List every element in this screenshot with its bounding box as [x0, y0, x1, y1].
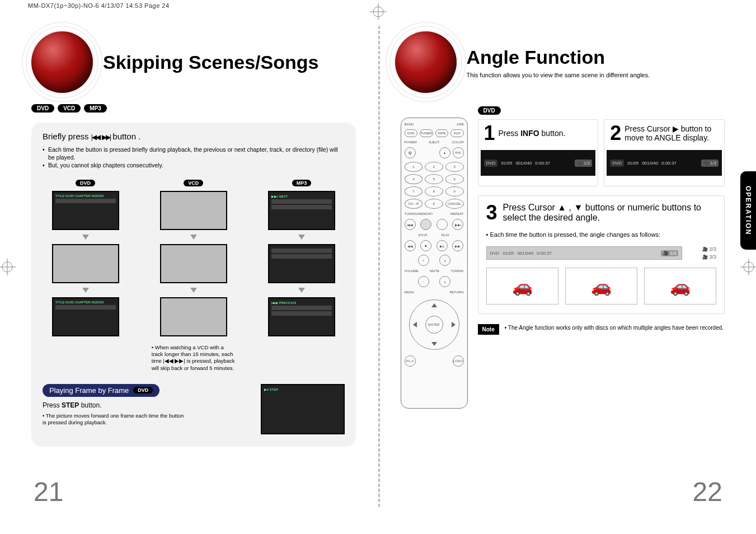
osd-time: 0:00:37 — [661, 161, 677, 166]
frame-title-badge: Playing Frame by Frame DVD — [43, 384, 159, 397]
step1-prefix: Press — [499, 129, 521, 138]
rc-num-3: 3 — [445, 162, 464, 172]
rc-ff: ▶▶ — [452, 240, 463, 251]
rc-btn-dvd: DVD — [405, 129, 418, 137]
page-num-left: 21 — [34, 476, 63, 507]
pill-dvd: DVD — [31, 104, 54, 113]
frame-title: Playing Frame by Frame — [49, 386, 129, 395]
frame-step-prefix: Press — [43, 401, 62, 409]
left-title: Skipping Scenes/Songs — [103, 51, 318, 73]
thumb-mp3-1: ▶▶| NEXT — [268, 191, 335, 230]
cursor-down-icon — [431, 342, 437, 346]
right-pill-dvd: DVD — [478, 106, 501, 115]
lead-bullet-1: Each time the button is pressed briefly … — [43, 146, 345, 161]
down-arrow-icon — [298, 235, 305, 240]
rc-lbl: COLOR — [452, 140, 463, 144]
rc-vol-dn: − — [418, 276, 429, 287]
osd-angle: 1/3 — [575, 160, 592, 167]
right-subtitle: This function allows you to view the sam… — [467, 72, 650, 78]
camera-icon — [702, 254, 709, 260]
osd-angle-3: 3/3 — [709, 254, 716, 260]
rc-lbl: STOP — [418, 233, 427, 237]
col-vcd-label: VCD — [184, 180, 203, 186]
rc-lbl: USB — [457, 123, 463, 126]
osd-dvd: DVD — [490, 251, 500, 256]
rc-lbl: REPEAT — [450, 212, 464, 216]
rc-num-4: 4 — [405, 174, 423, 184]
rc-lbl: BAND — [405, 123, 414, 126]
rc-btn-tuner: TUNER — [420, 129, 433, 137]
note-text: The Angle function works only with discs… — [505, 324, 724, 331]
frame-note: The picture moves forward one frame each… — [43, 413, 188, 427]
rc-power: ⏻ — [405, 147, 416, 158]
right-title: Angle Function — [467, 46, 650, 68]
step1-num: 1 — [484, 124, 495, 142]
rc-lbl: TUNING/MEMORY — [405, 212, 434, 216]
rc-num-9: 9 — [445, 186, 464, 196]
step3-text: Press Cursor ▲ , ▼ buttons or numeric bu… — [503, 203, 716, 223]
ornament-orb — [31, 31, 93, 93]
rc-lbl: POWER — [405, 140, 417, 144]
step2-osd: DVD 01/05 001/040 0:00:37 1/3 — [607, 150, 722, 176]
crop-mark-top — [370, 3, 387, 20]
col-mp3: MP3 ▶▶| NEXT |◀◀ PREVIOUS — [259, 180, 344, 336]
rc-vol-up: + — [418, 255, 429, 266]
osd-angle-1: 1/3 — [661, 250, 678, 256]
page-left: Skipping Scenes/Songs DVD VCD MP3 Briefl… — [0, 26, 378, 507]
osd-angle: 1/3 — [701, 160, 719, 167]
cursor-up-icon — [431, 303, 437, 307]
rc-tune-up: ∧ — [439, 255, 450, 266]
car-angle-2: 🚗 — [565, 268, 637, 305]
rc-num-7: 7 — [405, 186, 423, 196]
ornament-orb — [395, 31, 457, 93]
thumb-mp3-2 — [268, 244, 335, 283]
rc-cancel: CANCEL — [445, 199, 464, 209]
osd-chapter: 001/040 — [642, 161, 658, 166]
rc-lbl: MENU — [405, 291, 415, 294]
car-angle-3: 🚗 — [644, 268, 716, 305]
thumb-dvd-2 — [52, 244, 119, 283]
osd-dvd: DVD — [610, 160, 624, 167]
frame-pill: DVD — [133, 387, 153, 394]
lead-text: Briefly press |◀◀ ▶▶| button . — [43, 132, 345, 141]
osd-title: 01/05 — [503, 251, 514, 256]
rc-num-2: 2 — [425, 162, 443, 172]
rc-rpt — [436, 219, 448, 230]
camera-icon — [702, 246, 709, 252]
frame-step-suffix: button. — [79, 401, 101, 409]
step-1: 1 Press INFO button. DVD 01/05 001/040 0… — [478, 119, 599, 186]
frame-step-text: Press STEP button. — [43, 401, 244, 409]
mp3-next-label: ▶▶| NEXT — [271, 194, 332, 198]
step3-num: 3 — [486, 204, 497, 222]
mp3-prev-label: |◀◀ PREVIOUS — [271, 301, 332, 305]
rc-lbl: TUNING — [451, 269, 464, 273]
rc-rew: ◀◀ — [405, 240, 416, 251]
down-arrow-icon — [82, 235, 89, 240]
side-tab: OPERATION — [740, 171, 756, 250]
step1-suffix: button. — [539, 129, 566, 138]
step3-note: Each time the button is pressed, the ang… — [486, 231, 717, 238]
col-vcd: VCD When watching a VCD with a track lon… — [151, 180, 236, 372]
osd-time: 0:00:37 — [535, 161, 550, 166]
lead-prefix: Briefly press — [43, 132, 91, 141]
frame-osd-thumb: ▶II STEP — [261, 384, 345, 434]
rc-btn-aux: AUX — [450, 129, 464, 137]
rc-num-0: 0 — [425, 199, 443, 209]
dvd-osd-text: TITLE 01/05 CHAPTER 002/025 — [55, 194, 116, 198]
rc-enter: ENTER — [425, 316, 443, 334]
col-dvd: DVD TITLE 01/05 CHAPTER 002/025 TITLE 01… — [43, 180, 128, 336]
thumb-vcd-1 — [160, 191, 227, 230]
step1-bold: INFO — [520, 129, 539, 138]
down-arrow-icon — [82, 288, 89, 293]
cursor-right-icon — [452, 322, 456, 327]
thumb-dvd-3: TITLE 01/05 CHAPTER 002/025 — [52, 297, 119, 336]
vcd-note: When watching a VCD with a track longer … — [152, 344, 236, 372]
rc-mem — [420, 219, 431, 230]
rc-plii: P.L II — [405, 355, 416, 367]
rc-num-8: 8 — [425, 186, 443, 196]
rc-play: ▶|| — [436, 240, 448, 251]
rc-lbl: VOLUME — [405, 269, 419, 273]
osd-time: 0:00:37 — [537, 251, 552, 256]
skip-fwd-icon: ▶▶| — [102, 133, 110, 141]
rc-btn-tape: TAPE — [435, 129, 449, 137]
